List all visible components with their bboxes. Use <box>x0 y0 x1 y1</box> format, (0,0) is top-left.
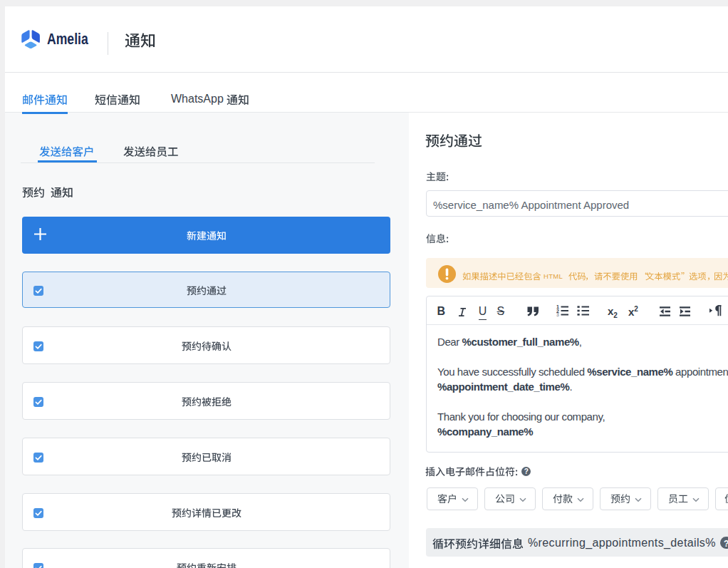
svg-text:3: 3 <box>556 312 559 316</box>
